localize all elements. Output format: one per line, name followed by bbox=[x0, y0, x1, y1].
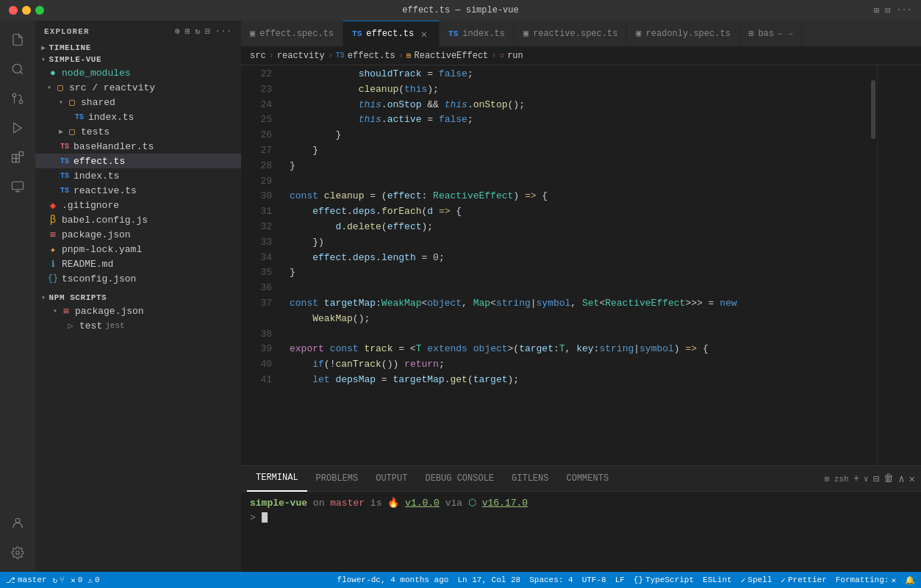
status-spell[interactable]: ✓ Spell bbox=[741, 576, 773, 585]
maximize-button[interactable] bbox=[35, 6, 44, 15]
status-branch[interactable]: ⎇ master bbox=[6, 576, 47, 585]
tree-item-pnpm[interactable]: ✦ pnpm-lock.yaml bbox=[35, 242, 241, 257]
code-line-33: }) bbox=[278, 235, 870, 251]
tsconfig-icon: {} bbox=[47, 273, 59, 284]
status-eslint[interactable]: ESLint bbox=[703, 576, 732, 584]
npm-test-script[interactable]: ▷ test jest bbox=[35, 318, 241, 333]
tree-item-node-modules[interactable]: ● node_modules bbox=[35, 65, 241, 80]
activity-source-control[interactable] bbox=[4, 85, 31, 112]
tab-bas-back[interactable]: ← bbox=[778, 29, 784, 38]
activity-run-debug[interactable] bbox=[4, 115, 31, 141]
status-prettier[interactable]: ✓ Prettier bbox=[781, 576, 826, 585]
tree-item-gitignore[interactable]: ◆ .gitignore bbox=[35, 198, 241, 212]
window-controls[interactable] bbox=[9, 6, 44, 15]
status-branch-icon: ⎇ bbox=[6, 576, 15, 585]
terminal-up-icon[interactable]: ∧ bbox=[898, 473, 904, 485]
simple-vue-section[interactable]: ▾ SIMPLE-VUE bbox=[35, 54, 241, 65]
node-modules-label: node_modules bbox=[62, 68, 131, 79]
tab-effect[interactable]: TS effect.ts ✕ bbox=[343, 21, 440, 46]
refresh-icon[interactable]: ↻ bbox=[195, 26, 201, 36]
status-bell[interactable]: 🔔 bbox=[905, 576, 915, 585]
code-editor[interactable]: 22 23 24 25 26 27 28 29 30 31 32 33 34 3… bbox=[241, 65, 921, 465]
status-position[interactable]: Ln 17, Col 28 bbox=[457, 576, 520, 584]
code-line-24: this.onStop && this.onStop(); bbox=[278, 98, 870, 113]
tab-readonly-spec[interactable]: ▣ readonly.spec.ts bbox=[627, 21, 739, 46]
terminal-actions: ⊞ zsh + ∨ ⊟ 🗑 ∧ ✕ bbox=[825, 473, 915, 485]
breadcrumb-class[interactable]: ReactiveEffect bbox=[414, 51, 488, 61]
tree-item-package-json[interactable]: ⊞ package.json bbox=[35, 227, 241, 242]
terminal-split-icon[interactable]: ⊟ bbox=[873, 473, 879, 485]
breadcrumb-file[interactable]: effect.ts bbox=[348, 51, 395, 61]
terminal-tab-gitlens[interactable]: GITLENS bbox=[503, 466, 557, 492]
new-folder-icon[interactable]: ⊞ bbox=[185, 26, 191, 36]
status-spaces[interactable]: Spaces: 4 bbox=[529, 576, 573, 584]
tree-item-shared-index[interactable]: TS index.ts bbox=[35, 110, 241, 124]
scrollbar-thumb[interactable] bbox=[871, 80, 875, 139]
tree-item-babel[interactable]: β babel.config.js bbox=[35, 212, 241, 227]
terminal-tab-output[interactable]: OUTPUT bbox=[367, 466, 416, 492]
new-file-icon[interactable]: ⊕ bbox=[175, 26, 181, 36]
status-author[interactable]: flower-dc, 4 months ago bbox=[337, 576, 449, 584]
timeline-section[interactable]: ▶ TIMELINE bbox=[35, 42, 241, 54]
breadcrumb-reactvity[interactable]: reactvity bbox=[277, 51, 325, 61]
terminal-tab-debug[interactable]: DEBUG CONSOLE bbox=[416, 466, 503, 492]
collapse-icon[interactable]: ⊟ bbox=[205, 26, 211, 36]
split-icon[interactable]: ⊟ bbox=[885, 5, 890, 16]
activity-settings[interactable] bbox=[4, 539, 31, 566]
terminal-node-icon: ⬡ bbox=[468, 498, 476, 509]
terminal-tab-problems[interactable]: PROBLEMS bbox=[307, 466, 368, 492]
terminal-tab-comments[interactable]: COMMENTS bbox=[557, 466, 617, 492]
status-check-icon: ✓ bbox=[741, 576, 746, 585]
editor-scrollbar[interactable] bbox=[870, 65, 877, 465]
terminal-on: on bbox=[313, 498, 330, 509]
terminal-chevron-icon[interactable]: ∨ bbox=[864, 474, 869, 484]
status-formatting[interactable]: Formatting: ✕ bbox=[836, 576, 896, 585]
tree-item-reactive[interactable]: TS reactive.ts bbox=[35, 183, 241, 198]
line-num-22: 22 bbox=[260, 67, 272, 82]
status-encoding[interactable]: UTF-8 bbox=[582, 576, 606, 584]
breadcrumb-src[interactable]: src bbox=[250, 51, 266, 61]
dots-icon[interactable]: ··· bbox=[896, 5, 912, 16]
terminal-trash-icon[interactable]: 🗑 bbox=[884, 473, 894, 484]
activity-files[interactable] bbox=[4, 26, 31, 53]
status-line-ending[interactable]: LF bbox=[615, 576, 625, 584]
tree-item-shared[interactable]: ▾ ▢ shared bbox=[35, 95, 241, 110]
terminal-plus-icon[interactable]: + bbox=[853, 473, 859, 484]
tab-reactive-spec[interactable]: ▣ reactive.spec.ts bbox=[515, 21, 627, 46]
tabs-bar: ▣ effect.spec.ts TS effect.ts ✕ TS index… bbox=[241, 21, 921, 46]
tree-item-src-reactvity[interactable]: ▾ ▢ src / reactvity bbox=[35, 80, 241, 95]
npm-scripts-header[interactable]: ▾ NPM SCRIPTS bbox=[35, 292, 241, 304]
status-errors[interactable]: ✕ 0 ⚠ 0 bbox=[71, 576, 99, 585]
npm-package-json[interactable]: ▾ ⊞ package.json bbox=[35, 304, 241, 318]
activity-monitor[interactable] bbox=[4, 173, 31, 200]
tree-item-index[interactable]: TS index.ts bbox=[35, 168, 241, 183]
terminal-tab-terminal[interactable]: TERMINAL bbox=[247, 466, 307, 492]
activity-search[interactable] bbox=[4, 56, 31, 82]
tab-bas[interactable]: ⊞ bas ← → bbox=[740, 21, 802, 46]
status-sync[interactable]: ↻ ⑂ bbox=[53, 576, 65, 585]
tab-effect-close[interactable]: ✕ bbox=[418, 28, 430, 40]
breadcrumb-method[interactable]: run bbox=[507, 51, 523, 61]
tree-item-tsconfig[interactable]: {} tsconfig.json bbox=[35, 271, 241, 286]
tree-item-tests[interactable]: ▶ ▢ tests bbox=[35, 124, 241, 139]
status-language[interactable]: {} TypeScript bbox=[634, 576, 694, 584]
terminal-new-icon[interactable]: ⊞ zsh bbox=[825, 474, 849, 484]
tab-bas-forward[interactable]: → bbox=[788, 29, 793, 38]
line-num-32: 32 bbox=[260, 220, 272, 235]
tab-effect-spec[interactable]: ▣ effect.spec.ts bbox=[241, 21, 343, 46]
tree-item-effect[interactable]: TS effect.ts bbox=[35, 154, 241, 168]
close-button[interactable] bbox=[9, 6, 18, 15]
title-bar: effect.ts — simple-vue ⊞ ⊟ ··· bbox=[0, 0, 921, 21]
tab-index[interactable]: TS index.ts bbox=[440, 21, 515, 46]
more-actions-icon[interactable]: ··· bbox=[215, 26, 232, 36]
terminal-close-icon[interactable]: ✕ bbox=[909, 473, 915, 485]
terminal-content[interactable]: simple-vue on master is 🔥 v1.0.0 via ⬡ v… bbox=[241, 492, 921, 572]
tree-item-basehandler[interactable]: TS baseHandler.ts bbox=[35, 139, 241, 154]
tree-item-readme[interactable]: ℹ README.md bbox=[35, 257, 241, 271]
layout-icon[interactable]: ⊞ bbox=[874, 5, 879, 16]
minimize-button[interactable] bbox=[22, 6, 31, 15]
code-content[interactable]: shouldTrack = false; cleanup(this); this… bbox=[278, 65, 870, 465]
activity-extensions[interactable] bbox=[4, 144, 31, 171]
activity-remote[interactable] bbox=[4, 510, 31, 537]
breadcrumb: src › reactvity › TS effect.ts › ⊞ React… bbox=[241, 46, 921, 65]
